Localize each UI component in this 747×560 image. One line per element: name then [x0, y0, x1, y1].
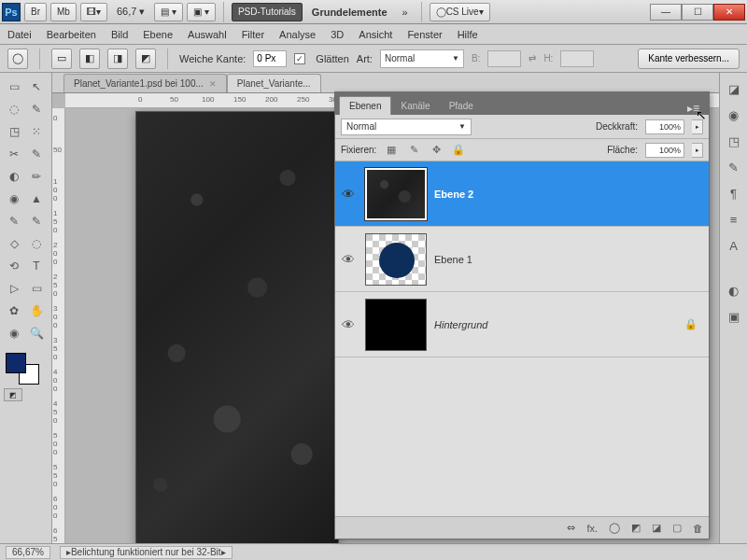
- workspace-more[interactable]: »: [397, 7, 414, 18]
- tool-pen[interactable]: ◇: [4, 233, 24, 254]
- visibility-icon[interactable]: 👁: [339, 185, 358, 203]
- delete-layer-icon[interactable]: 🗑: [693, 523, 703, 534]
- layer-row[interactable]: 👁 Hintergrund 🔒: [335, 292, 709, 357]
- visibility-icon[interactable]: 👁: [339, 315, 358, 334]
- feather-input[interactable]: [253, 50, 287, 67]
- antialias-checkbox[interactable]: ✓: [294, 53, 305, 64]
- width-input[interactable]: [487, 50, 521, 67]
- lock-pixels-icon[interactable]: ✎: [406, 143, 421, 158]
- zoom-level[interactable]: 66,7 ▾: [111, 6, 150, 18]
- height-input[interactable]: [560, 50, 594, 67]
- bridge-button[interactable]: Br: [24, 3, 47, 21]
- window-maximize[interactable]: ☐: [682, 4, 713, 21]
- panel-adjust-icon[interactable]: ≡: [724, 209, 744, 230]
- menu-fenster[interactable]: Fenster: [407, 29, 442, 40]
- fill-flyout-icon[interactable]: ▸: [692, 143, 703, 158]
- menu-auswahl[interactable]: Auswahl: [188, 29, 227, 40]
- tool-dodge[interactable]: ✎: [26, 211, 47, 231]
- style-select[interactable]: Normal▼: [380, 49, 464, 68]
- layer-row[interactable]: 👁 Ebene 1: [335, 227, 709, 292]
- panel-layers-icon[interactable]: ◪: [724, 78, 744, 99]
- menu-filter[interactable]: Filter: [242, 29, 264, 40]
- minibridge-button[interactable]: Mb: [50, 3, 77, 21]
- swap-wh-icon[interactable]: ⇄: [529, 53, 536, 63]
- window-close[interactable]: ✕: [713, 4, 745, 21]
- link-layers-icon[interactable]: ⇔: [567, 522, 575, 534]
- document-tab[interactable]: Planet_Variante1.psd bei 100...✕: [63, 74, 227, 92]
- layer-group-icon[interactable]: ◪: [652, 522, 661, 534]
- close-icon[interactable]: ✕: [209, 79, 217, 89]
- layer-row[interactable]: 👁 Ebene 2: [335, 161, 709, 227]
- blend-mode-select[interactable]: Normal▼: [341, 119, 472, 135]
- panel-swatch-icon[interactable]: ◳: [724, 131, 744, 151]
- tool-gradient[interactable]: ▲: [26, 189, 47, 209]
- lock-transparency-icon[interactable]: ▦: [384, 143, 399, 158]
- panel-channels-icon[interactable]: ▣: [724, 306, 744, 327]
- workspace-pill-2[interactable]: Grundelemente: [306, 7, 393, 18]
- layer-fx-icon[interactable]: fx.: [586, 523, 598, 534]
- menu-datei[interactable]: Datei: [7, 29, 32, 40]
- sel-intersect-icon[interactable]: ◩: [135, 49, 156, 69]
- screen-mode-button[interactable]: ▣ ▾: [187, 3, 216, 21]
- menu-bild[interactable]: Bild: [111, 29, 128, 40]
- adjustment-layer-icon[interactable]: ◩: [631, 522, 641, 534]
- tool-eyedropper[interactable]: ⁙: [26, 121, 47, 142]
- layer-thumbnail[interactable]: [365, 168, 427, 220]
- tab-ebenen[interactable]: Ebenen: [339, 96, 391, 115]
- menu-analyse[interactable]: Analyse: [279, 29, 316, 40]
- tool-blur[interactable]: ✎: [4, 211, 24, 231]
- fg-color-swatch[interactable]: [6, 353, 26, 373]
- status-zoom[interactable]: 66,67%: [6, 546, 50, 559]
- layer-mask-icon[interactable]: ◯: [609, 522, 620, 534]
- tool-brush[interactable]: ✎: [26, 144, 47, 164]
- menu-bearbeiten[interactable]: Bearbeiten: [47, 29, 96, 40]
- tool-path-select[interactable]: ⟲: [4, 256, 24, 276]
- menu-ansicht[interactable]: Ansicht: [359, 29, 392, 40]
- panel-menu-icon[interactable]: ▸≡↖: [682, 102, 705, 115]
- layer-thumbnail[interactable]: [365, 299, 427, 351]
- tool-heal[interactable]: ✂: [4, 144, 24, 164]
- panel-paragraph-icon[interactable]: ¶: [724, 183, 744, 203]
- refine-edge-button[interactable]: Kante verbessern...: [638, 49, 740, 69]
- document-tab[interactable]: Planet_Variante...: [227, 74, 321, 92]
- film-strip-button[interactable]: 🎞 ▾: [80, 3, 107, 21]
- view-mode-button[interactable]: ▤ ▾: [154, 3, 183, 21]
- tool-zoom[interactable]: 🔍: [26, 323, 47, 343]
- tool-notes[interactable]: ◉: [4, 323, 24, 343]
- tool-stamp[interactable]: ◐: [4, 166, 24, 187]
- sel-subtract-icon[interactable]: ◨: [107, 49, 128, 69]
- workspace-pill-1[interactable]: PSD-Tutorials: [232, 3, 303, 21]
- menu-ebene[interactable]: Ebene: [143, 29, 173, 40]
- fill-input[interactable]: 100%: [645, 143, 684, 158]
- status-info[interactable]: ▸ Belichtung funktioniert nur bei 32-Bit…: [60, 546, 233, 559]
- canvas-image[interactable]: [136, 112, 338, 543]
- new-layer-icon[interactable]: ▢: [672, 522, 682, 534]
- panel-color-icon[interactable]: ◉: [724, 105, 744, 125]
- tab-kanaele[interactable]: Kanäle: [391, 96, 439, 115]
- tool-eraser[interactable]: ◉: [4, 189, 24, 209]
- visibility-icon[interactable]: 👁: [339, 250, 358, 269]
- sel-new-icon[interactable]: ▭: [51, 49, 72, 69]
- color-swatches[interactable]: [4, 351, 48, 383]
- tool-type[interactable]: ◌: [26, 233, 47, 254]
- panel-mask-icon[interactable]: ◐: [724, 280, 744, 301]
- tool-crop[interactable]: ◳: [4, 121, 24, 142]
- menu-3d[interactable]: 3D: [331, 29, 344, 40]
- tool-hand[interactable]: ✿: [4, 301, 24, 321]
- lock-all-icon[interactable]: 🔒: [451, 143, 466, 158]
- tool-quick-select[interactable]: ✎: [26, 99, 47, 119]
- layer-thumbnail[interactable]: [365, 233, 427, 286]
- panel-styles-icon[interactable]: ✎: [724, 157, 744, 177]
- quick-mask-toggle[interactable]: ◩: [4, 388, 22, 401]
- tool-preset-icon[interactable]: ◯: [7, 49, 28, 69]
- tool-rotate-view[interactable]: ✋: [26, 301, 47, 321]
- lock-position-icon[interactable]: ✥: [429, 143, 444, 158]
- tool-shape[interactable]: T: [26, 256, 47, 276]
- tool-history-brush[interactable]: ✏: [26, 166, 47, 187]
- sel-add-icon[interactable]: ◧: [79, 49, 100, 69]
- tool-3d[interactable]: ▷: [4, 278, 24, 299]
- tool-3d-camera[interactable]: ▭: [26, 278, 47, 299]
- window-minimize[interactable]: —: [650, 4, 682, 21]
- cslive-button[interactable]: ◯ CS Live ▾: [430, 3, 490, 21]
- menu-hilfe[interactable]: Hilfe: [458, 29, 478, 40]
